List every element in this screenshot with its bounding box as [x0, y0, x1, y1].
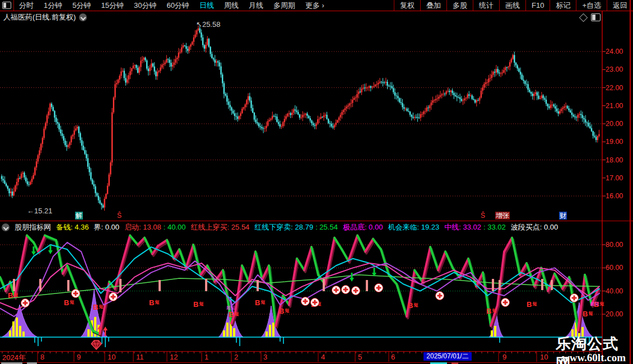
candle-body: [42, 138, 43, 144]
candle-body: [95, 186, 96, 193]
candle-body: [280, 124, 281, 127]
candle-body: [53, 107, 54, 111]
candle-body: [89, 167, 90, 172]
candle-body: [16, 182, 17, 185]
ribbon-segment: [512, 238, 520, 275]
candle-body: [382, 82, 383, 83]
candle-body: [537, 92, 538, 96]
candle-body: [39, 150, 40, 155]
ribbon-segment: [342, 249, 348, 261]
ribbon-segment: [422, 247, 430, 282]
candle-body: [391, 86, 392, 88]
indicator-value-8: 波段买点: 0.00: [511, 222, 558, 232]
candle-body: [210, 46, 211, 54]
candle-body: [114, 84, 115, 97]
indicator-source[interactable]: 股朋指标网: [15, 222, 51, 232]
candle-body: [94, 184, 95, 186]
candle-body: [239, 116, 240, 119]
candle-body: [588, 123, 589, 126]
candle-body: [184, 45, 185, 46]
yellow-bar: [494, 326, 496, 337]
candle-body: [19, 178, 20, 179]
x-axis-strip[interactable]: [0, 351, 602, 363]
candle-body: [371, 87, 373, 88]
candle-body: [107, 185, 108, 194]
candle-body: [487, 82, 488, 83]
month-label-6: 2: [234, 353, 238, 361]
candle-body: [317, 119, 318, 124]
candle-body: [128, 75, 129, 80]
candle-body: [379, 82, 380, 83]
candle-body: [110, 162, 111, 175]
candle-body: [500, 73, 501, 74]
candle-body: [58, 124, 59, 129]
candle-body: [230, 105, 231, 108]
candle-body: [458, 97, 459, 98]
indicator-value-7: 中线: 33.02: [444, 222, 481, 232]
candle-body: [154, 67, 155, 72]
ribbon-segment: [56, 240, 63, 274]
b-buy-marker: B短: [64, 298, 74, 307]
candle-body: [356, 94, 357, 97]
ribbon-segment: [311, 247, 318, 275]
ribbon-segment: [0, 277, 6, 291]
candle-body: [409, 111, 411, 115]
candle-body: [261, 127, 262, 128]
salmon-bar: [323, 279, 325, 291]
candle-body: [101, 203, 102, 205]
candle-body: [311, 120, 312, 123]
candle-body: [523, 80, 524, 81]
event-stamp: 解: [75, 212, 83, 220]
candle-body: [7, 186, 8, 189]
chevron-down-icon[interactable]: [2, 223, 10, 231]
candle-body: [28, 184, 29, 185]
candle-body: [18, 178, 19, 182]
candle-body: [591, 128, 592, 132]
candle-body: [248, 96, 249, 100]
price-tick-label: 18.00: [606, 156, 631, 164]
candle-body: [366, 87, 367, 88]
indicator-header: 股朋指标网 备钱: 4.36界: 0.00启动: 13.08: 40.00红线上…: [2, 222, 558, 232]
yellow-bar: [233, 328, 235, 337]
candle-body: [105, 194, 106, 199]
candle-body: [272, 116, 273, 119]
price-tick-label: 23.00: [606, 66, 631, 73]
candle-body: [557, 111, 558, 114]
yellow-bar: [269, 325, 271, 337]
candle-body: [99, 200, 100, 203]
candle-body: [509, 62, 510, 67]
candle-body: [431, 102, 432, 105]
candle-body: [72, 135, 73, 137]
candle-body: [446, 91, 447, 94]
candle-body: [548, 106, 550, 108]
candle-body: [75, 128, 76, 130]
yellow-bar: [226, 323, 229, 337]
candle-body: [83, 146, 84, 150]
candle-body: [49, 104, 50, 111]
candle-body: [264, 128, 266, 129]
candle-body: [457, 96, 458, 97]
ribbon-segment: [115, 235, 130, 288]
salmon-bar: [159, 280, 161, 291]
candle-body: [526, 84, 527, 85]
candle-body: [381, 82, 382, 82]
candle-body: [496, 69, 497, 72]
candle-body: [432, 100, 433, 102]
candle-body: [51, 104, 52, 107]
candle-body: [202, 38, 203, 45]
candle-body: [304, 115, 305, 115]
candle-body: [345, 109, 346, 110]
indicator-tick-label: 60.00: [606, 264, 631, 272]
candle-body: [77, 127, 78, 128]
candle-body: [27, 181, 28, 184]
salmon-bar: [119, 279, 122, 292]
candle-body: [137, 68, 138, 73]
ribbon-segment: [16, 237, 28, 298]
b-buy-marker: B短: [229, 310, 239, 319]
candle-body: [408, 111, 409, 111]
candle-body: [349, 104, 350, 106]
candle-body: [174, 63, 175, 65]
candle-body: [405, 109, 406, 109]
event-stamp: Ŝ: [117, 212, 122, 220]
yellow-bar: [12, 321, 15, 337]
